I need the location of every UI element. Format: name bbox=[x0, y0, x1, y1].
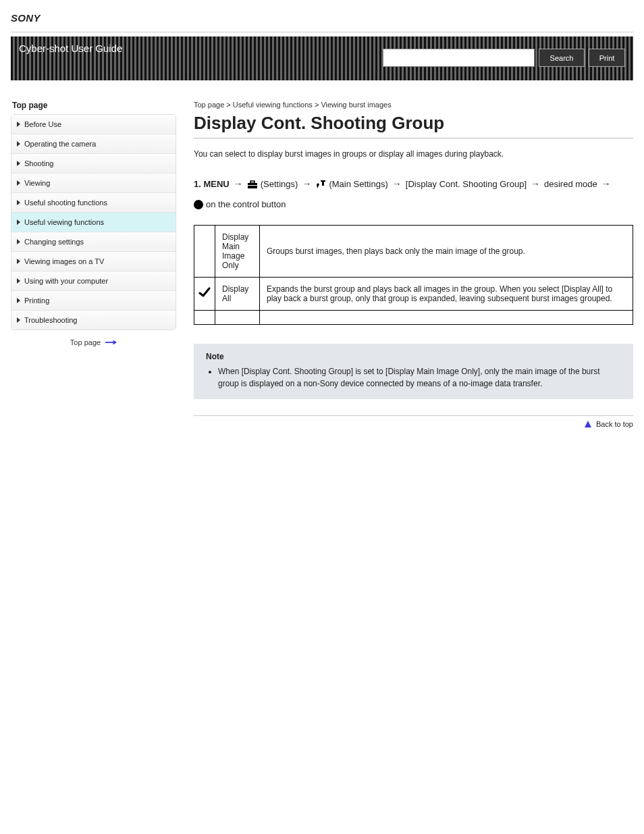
sidebar-item-before-use[interactable]: Before Use bbox=[11, 115, 176, 134]
sidebar-item-label: Useful shooting functions bbox=[24, 199, 107, 207]
arrow-right-icon bbox=[105, 339, 117, 346]
divider bbox=[194, 138, 633, 138]
page-title: Display Cont. Shooting Group bbox=[194, 113, 633, 134]
sidebar-item-label: Viewing images on a TV bbox=[24, 257, 104, 265]
arrow-right-icon: → bbox=[234, 176, 243, 192]
chevron-right-icon bbox=[17, 200, 20, 205]
sidebar-item-label: Shooting bbox=[24, 159, 53, 167]
option-label bbox=[215, 310, 260, 324]
step-item: [Display Cont. Shooting Group] bbox=[406, 176, 527, 192]
option-desc: Expands the burst group and plays back a… bbox=[260, 277, 633, 310]
step-settings: (Settings) bbox=[247, 176, 298, 192]
bullet-icon bbox=[194, 200, 203, 209]
sidebar-item-changing[interactable]: Changing settings bbox=[11, 232, 176, 252]
triangle-up-icon bbox=[584, 420, 592, 428]
chevron-right-icon bbox=[17, 161, 20, 166]
lead-text: You can select to display burst images i… bbox=[194, 148, 633, 161]
sidebar-item-tv[interactable]: Viewing images on a TV bbox=[11, 252, 176, 271]
step-mode: desired mode bbox=[544, 176, 597, 192]
chevron-right-icon bbox=[17, 141, 20, 147]
arrow-right-icon: → bbox=[392, 176, 402, 192]
back-to-top-label: Back to top bbox=[596, 420, 633, 428]
step-main-settings: (Main Settings) bbox=[315, 176, 387, 192]
top-page-link[interactable]: Top page bbox=[11, 338, 176, 346]
step-control-button: on the control button bbox=[194, 197, 286, 212]
option-desc bbox=[260, 310, 633, 324]
search-group: Search Print bbox=[383, 49, 625, 67]
arrow-right-icon: → bbox=[302, 176, 311, 192]
option-label: Display All bbox=[215, 277, 260, 310]
sidebar-item-label: Printing bbox=[24, 296, 49, 305]
checkmark-icon bbox=[198, 286, 211, 298]
table-row bbox=[194, 310, 633, 324]
table-row: Display Main Image Only Groups burst ima… bbox=[194, 225, 633, 277]
menu-prefix: 1. MENU bbox=[194, 176, 230, 192]
check-cell bbox=[194, 310, 215, 324]
option-label: Display Main Image Only bbox=[215, 225, 260, 277]
chevron-right-icon bbox=[17, 122, 20, 127]
header-bar: Cyber-shot User Guide Search Print bbox=[11, 36, 633, 80]
sidebar-item-label: Changing settings bbox=[24, 238, 84, 246]
chevron-right-icon bbox=[17, 180, 20, 186]
chevron-right-icon bbox=[17, 298, 20, 303]
print-button[interactable]: Print bbox=[589, 49, 625, 67]
svg-marker-7 bbox=[585, 421, 591, 427]
search-input[interactable] bbox=[383, 49, 535, 67]
check-cell bbox=[194, 277, 215, 310]
top-page-label: Top page bbox=[70, 338, 101, 346]
search-button[interactable]: Search bbox=[539, 49, 585, 67]
sidebar-item-useful-view[interactable]: Useful viewing functions bbox=[11, 213, 176, 232]
sidebar-item-label: Operating the camera bbox=[24, 140, 96, 148]
svg-rect-6 bbox=[321, 180, 325, 182]
note-list: When [Display Cont. Shooting Group] is s… bbox=[218, 365, 621, 390]
sidebar-item-shooting[interactable]: Shooting bbox=[11, 154, 176, 174]
settings-table: Display Main Image Only Groups burst ima… bbox=[194, 225, 633, 325]
back-to-top[interactable]: Back to top bbox=[194, 415, 633, 428]
arrow-right-icon: → bbox=[601, 176, 611, 192]
header-title: Cyber-shot User Guide bbox=[19, 42, 383, 55]
note-box: Note When [Display Cont. Shooting Group]… bbox=[194, 344, 633, 399]
sidebar-item-label: Viewing bbox=[24, 179, 50, 187]
sidebar-item-label: Using with your computer bbox=[24, 277, 108, 285]
note-title: Note bbox=[206, 352, 621, 361]
svg-marker-1 bbox=[113, 340, 117, 344]
svg-rect-4 bbox=[248, 185, 257, 186]
sidebar-item-trouble[interactable]: Troubleshooting bbox=[11, 311, 176, 330]
svg-rect-3 bbox=[250, 181, 254, 183]
chevron-right-icon bbox=[17, 239, 20, 244]
menu-path: 1. MENU → (Settings) → (Main Settings) →… bbox=[194, 170, 633, 225]
table-row: Display All Expands the burst group and … bbox=[194, 277, 633, 310]
chevron-right-icon bbox=[17, 278, 20, 284]
toolbox-icon bbox=[247, 179, 258, 190]
sidebar-item-operating[interactable]: Operating the camera bbox=[11, 134, 176, 154]
sidebar-item-label: Before Use bbox=[24, 120, 61, 128]
breadcrumb: Top page > Useful viewing functions > Vi… bbox=[194, 101, 633, 109]
tools-icon bbox=[315, 179, 326, 190]
sidebar: Top page Before Use Operating the camera… bbox=[11, 101, 176, 428]
sidebar-item-viewing[interactable]: Viewing bbox=[11, 174, 176, 193]
main-content: Top page > Useful viewing functions > Vi… bbox=[194, 101, 633, 428]
option-desc: Groups burst images, then plays back onl… bbox=[260, 225, 633, 277]
sidebar-item-useful-shoot[interactable]: Useful shooting functions bbox=[11, 193, 176, 213]
chevron-right-icon bbox=[17, 259, 20, 264]
note-item: When [Display Cont. Shooting Group] is s… bbox=[218, 365, 621, 390]
sidebar-item-computer[interactable]: Using with your computer bbox=[11, 271, 176, 291]
sidebar-item-printing[interactable]: Printing bbox=[11, 291, 176, 311]
toc-title: Top page bbox=[12, 101, 176, 110]
sidebar-item-label: Useful viewing functions bbox=[24, 218, 104, 226]
sidebar-item-label: Troubleshooting bbox=[24, 316, 77, 324]
chevron-right-icon bbox=[17, 317, 20, 323]
check-cell bbox=[194, 225, 215, 277]
toc: Before Use Operating the camera Shooting… bbox=[11, 114, 176, 330]
brand-logo: SONY bbox=[11, 12, 41, 24]
arrow-right-icon: → bbox=[531, 176, 540, 192]
chevron-right-icon bbox=[17, 219, 20, 225]
